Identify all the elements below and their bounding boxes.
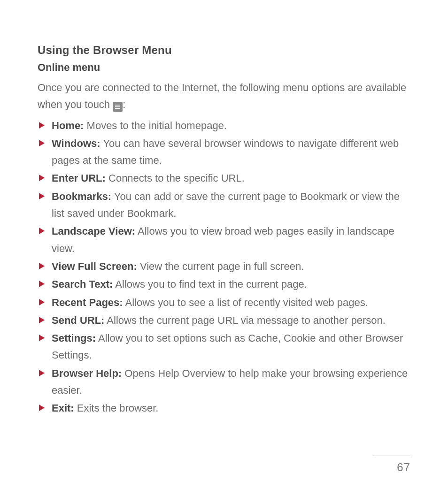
intro-text-a: Once you are connected to the Internet, … [38, 82, 406, 110]
item-label: Browser Help: [52, 367, 122, 379]
item-label: Bookmarks: [52, 191, 111, 202]
list-item: Windows: You can have several browser wi… [38, 135, 410, 169]
menu-option-list: Home: Moves to the initial homepage. Win… [38, 117, 410, 417]
manual-page: Using the Browser Menu Online menu Once … [0, 0, 448, 504]
item-desc: View the current page in full screen. [137, 260, 304, 272]
item-desc: Allows you to find text in the current p… [113, 278, 307, 290]
triangle-bullet-icon [39, 140, 45, 146]
item-desc: Allows the current page URL via message … [104, 314, 385, 326]
menu-icon [113, 102, 123, 112]
item-desc: Exits the browser. [74, 402, 159, 414]
page-footer: 67 [373, 456, 410, 474]
item-label: Search Text: [52, 278, 113, 290]
item-label: Windows: [52, 137, 100, 149]
intro-text-b: : [123, 99, 125, 110]
item-desc: Connects to the specific URL. [106, 172, 245, 184]
svg-rect-1 [115, 107, 120, 107]
item-label: Home: [52, 120, 84, 131]
item-desc: Allows you to see a list of recently vis… [123, 297, 368, 308]
list-item: Browser Help: Opens Help Overview to hel… [38, 365, 410, 399]
item-desc: Moves to the initial homepage. [84, 120, 227, 131]
item-label: View Full Screen: [52, 260, 137, 272]
triangle-bullet-icon [39, 317, 45, 323]
triangle-bullet-icon [39, 122, 45, 129]
triangle-bullet-icon [39, 263, 45, 269]
triangle-bullet-icon [39, 405, 45, 411]
triangle-bullet-icon [39, 370, 45, 376]
item-label: Exit: [52, 402, 74, 414]
list-item: Recent Pages: Allows you to see a list o… [38, 294, 410, 311]
svg-rect-2 [115, 108, 120, 109]
triangle-bullet-icon [39, 228, 45, 234]
list-item: Landscape View: Allows you to view broad… [38, 223, 410, 257]
triangle-bullet-icon [39, 299, 45, 305]
list-item: Home: Moves to the initial homepage. [38, 117, 410, 134]
list-item: Send URL: Allows the current page URL vi… [38, 312, 410, 329]
footer-rule [373, 456, 410, 456]
item-label: Settings: [52, 332, 96, 344]
section-title: Using the Browser Menu [38, 44, 410, 57]
list-item: Exit: Exits the browser. [38, 400, 410, 417]
item-label: Recent Pages: [52, 297, 123, 308]
section-subtitle: Online menu [38, 61, 410, 74]
triangle-bullet-icon [39, 175, 45, 181]
triangle-bullet-icon [39, 335, 45, 341]
page-number: 67 [373, 461, 410, 474]
list-item: Bookmarks: You can add or save the curre… [38, 188, 410, 222]
intro-paragraph: Once you are connected to the Internet, … [38, 79, 410, 114]
item-desc: Allow you to set options such as Cache, … [52, 332, 403, 361]
triangle-bullet-icon [39, 281, 45, 287]
list-item: Search Text: Allows you to find text in … [38, 276, 410, 293]
svg-rect-0 [115, 105, 120, 106]
list-item: Enter URL: Connects to the specific URL. [38, 170, 410, 187]
item-label: Enter URL: [52, 172, 106, 184]
item-label: Send URL: [52, 314, 104, 326]
item-desc: You can have several browser windows to … [52, 137, 399, 166]
triangle-bullet-icon [39, 193, 45, 199]
list-item: Settings: Allow you to set options such … [38, 330, 410, 364]
item-label: Landscape View: [52, 225, 135, 237]
list-item: View Full Screen: View the current page … [38, 258, 410, 275]
